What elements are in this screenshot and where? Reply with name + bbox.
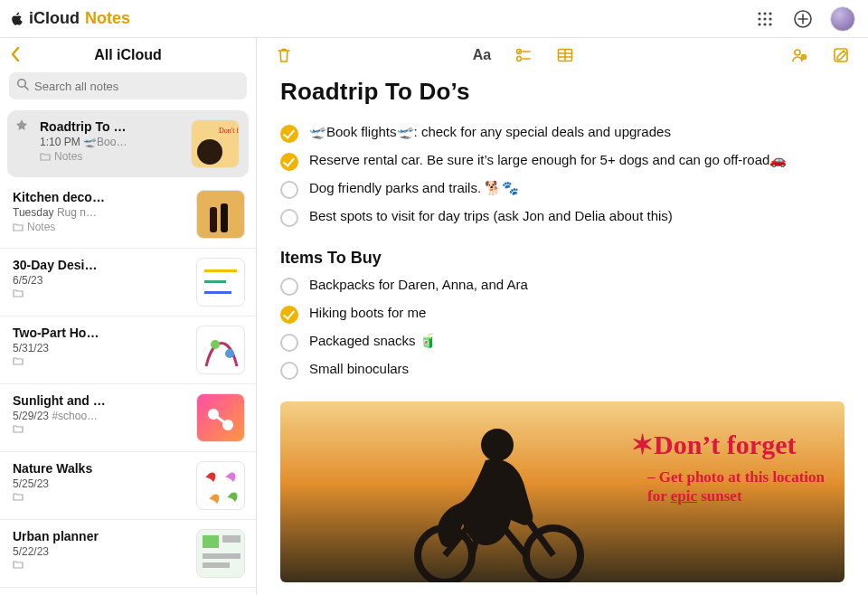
items-subheader[interactable]: Items To Buy — [280, 249, 844, 268]
checklist-text[interactable]: Backpacks for Daren, Anna, and Ara — [309, 277, 528, 292]
svg-point-12 — [197, 139, 222, 165]
svg-point-1 — [763, 12, 766, 14]
note-list: Roadtrip To … 1:10 PM 🛫Boo… Notes Don't … — [0, 107, 256, 595]
content: Aa Roadtrip To Do’s 🛫Book flights🛫: ch — [257, 38, 868, 595]
checklist-text[interactable]: Small binoculars — [309, 361, 409, 376]
note-list-item[interactable]: Roadtrip To … 1:10 PM 🛫Boo… Notes Don't … — [7, 110, 249, 177]
app-grid-icon[interactable] — [754, 8, 776, 30]
checklist-bullet[interactable] — [280, 362, 298, 380]
note-title-preview: Roadtrip To … — [40, 119, 182, 134]
brand: iCloud Notes — [9, 9, 130, 28]
note-list-item[interactable]: Sunlight and … 5/29/23 #schoo… — [0, 384, 256, 452]
avatar[interactable] — [830, 6, 855, 32]
folder-icon — [13, 424, 24, 433]
checklist-text[interactable]: Best spots to visit for day trips (ask J… — [309, 208, 673, 223]
checklist-row[interactable]: Small binoculars — [280, 361, 844, 380]
table-icon[interactable] — [554, 44, 576, 66]
checklist-icon[interactable] — [513, 44, 534, 66]
note-toolbar: Aa — [257, 38, 868, 72]
cyclist-silhouette-icon — [382, 420, 617, 582]
note-title-preview: Sunlight and … — [13, 393, 187, 408]
checklist-row[interactable]: Best spots to visit for day trips (ask J… — [280, 208, 844, 227]
search-icon — [16, 78, 29, 94]
note-list-item[interactable]: Monday Mor — [0, 588, 256, 595]
note-subline: 6/5/23 — [13, 274, 187, 287]
svg-point-23 — [225, 349, 234, 358]
apple-logo-icon — [9, 12, 24, 26]
checklist-row[interactable]: Backpacks for Daren, Anna, and Ara — [280, 277, 844, 296]
checklist-text[interactable]: 🛫Book flights🛫: check for any special de… — [309, 124, 671, 140]
note-thumbnail — [196, 326, 245, 374]
note-subline: 5/25/23 — [13, 477, 187, 490]
svg-rect-29 — [203, 535, 219, 548]
note-folder: Notes — [40, 150, 182, 163]
handwriting-annotation: ✶Don’t forget – Get photo at this locati… — [631, 429, 825, 506]
sidebar: All iCloud Roadtrip To … 1:10 PM 🛫Boo… N… — [0, 38, 257, 595]
note-title[interactable]: Roadtrip To Do’s — [280, 78, 844, 106]
note-body[interactable]: Roadtrip To Do’s 🛫Book flights🛫: check f… — [257, 72, 868, 595]
checklist-row[interactable]: Dog friendly parks and trails. 🐕🐾 — [280, 180, 844, 199]
handwriting-line2a: for — [647, 487, 671, 505]
checklist-bullet[interactable] — [280, 209, 298, 227]
folder-icon — [13, 288, 24, 298]
note-list-item[interactable]: Nature Walks 5/25/23 — [0, 452, 256, 520]
svg-rect-30 — [222, 535, 241, 543]
svg-rect-20 — [204, 291, 231, 294]
checklist-text[interactable]: Dog friendly parks and trails. 🐕🐾 — [309, 180, 519, 196]
checklist-text[interactable]: Reserve rental car. Be sure it’s large e… — [309, 152, 787, 168]
items-list: Backpacks for Daren, Anna, and AraHiking… — [280, 277, 844, 380]
checklist-bullet[interactable] — [280, 153, 298, 171]
trash-icon[interactable] — [273, 44, 295, 66]
note-title-preview: Urban planner — [13, 529, 187, 543]
sidebar-header: All iCloud — [0, 38, 256, 72]
brand-notes: Notes — [85, 9, 130, 28]
checklist-bullet[interactable] — [280, 278, 298, 296]
add-icon[interactable] — [792, 8, 814, 30]
svg-rect-18 — [204, 269, 237, 272]
note-folder — [13, 560, 187, 569]
search-input[interactable] — [34, 80, 240, 93]
folder-icon — [13, 492, 24, 501]
svg-point-7 — [763, 23, 766, 25]
checklist-row[interactable]: 🛫Book flights🛫: check for any special de… — [280, 124, 844, 143]
note-title-preview: Nature Walks — [13, 461, 187, 476]
svg-rect-31 — [203, 553, 241, 559]
svg-point-3 — [758, 17, 760, 20]
note-title-preview: 30-Day Desi… — [13, 258, 187, 272]
checklist-row[interactable]: Packaged snacks 🧃 — [280, 333, 844, 352]
note-folder — [13, 356, 187, 365]
note-thumbnail — [196, 529, 245, 578]
back-icon[interactable] — [9, 45, 22, 67]
note-list-item[interactable]: Kitchen deco… Tuesday Rug n… Notes — [0, 181, 256, 249]
checklist-row[interactable]: Hiking boots for me — [280, 305, 844, 324]
svg-point-6 — [758, 23, 760, 25]
pin-icon — [16, 119, 27, 168]
note-folder: Notes — [13, 221, 187, 233]
svg-point-5 — [769, 17, 771, 20]
svg-rect-19 — [204, 280, 226, 283]
top-bar: iCloud Notes — [0, 0, 868, 38]
checklist-row[interactable]: Reserve rental car. Be sure it’s large e… — [280, 152, 844, 171]
checklist-text[interactable]: Packaged snacks 🧃 — [309, 333, 437, 349]
note-list-item[interactable]: Two-Part Ho… 5/31/23 — [0, 316, 256, 384]
handwriting-line2c: sunset — [697, 487, 742, 505]
compose-icon[interactable] — [830, 44, 852, 66]
note-attached-image[interactable]: ✶Don’t forget – Get photo at this locati… — [280, 401, 844, 582]
format-text-icon[interactable]: Aa — [471, 44, 493, 66]
note-list-item[interactable]: Urban planner 5/22/23 — [0, 520, 256, 588]
note-subline: 1:10 PM 🛫Boo… — [40, 136, 182, 148]
checklist-bullet[interactable] — [280, 125, 298, 143]
checklist-text[interactable]: Hiking boots for me — [309, 305, 426, 320]
todo-list: 🛫Book flights🛫: check for any special de… — [280, 124, 844, 227]
note-title-preview: Kitchen deco… — [13, 190, 187, 204]
svg-rect-15 — [210, 207, 217, 232]
note-thumbnail — [196, 393, 245, 442]
note-list-item[interactable]: 30-Day Desi… 6/5/23 — [0, 249, 256, 316]
checklist-bullet[interactable] — [280, 306, 298, 324]
checklist-bullet[interactable] — [280, 181, 298, 199]
svg-text:Don't forg: Don't forg — [219, 127, 240, 135]
checklist-bullet[interactable] — [280, 334, 298, 352]
search-field[interactable] — [9, 72, 247, 99]
note-thumbnail — [196, 190, 245, 239]
collaborate-icon[interactable] — [788, 44, 810, 66]
